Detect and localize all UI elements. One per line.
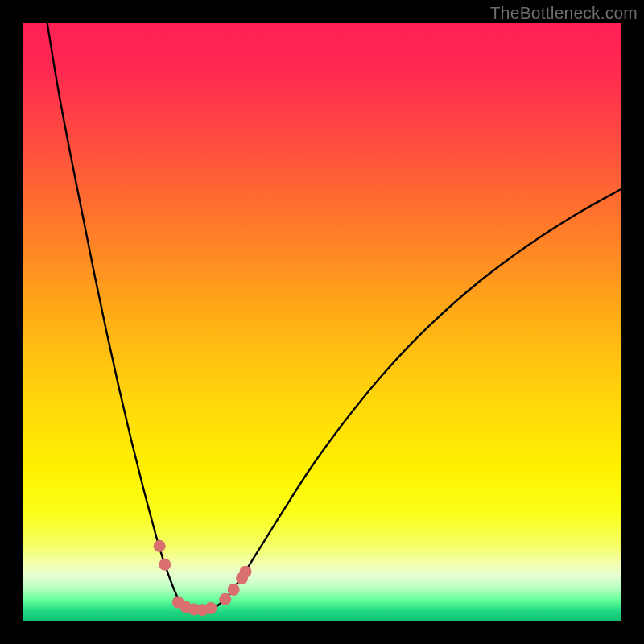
curve-layer bbox=[23, 23, 621, 621]
bottleneck-curve bbox=[47, 23, 621, 611]
data-marker bbox=[219, 593, 231, 605]
data-marker bbox=[154, 540, 166, 552]
data-marker bbox=[228, 584, 240, 596]
chart-frame: TheBottleneck.com bbox=[0, 0, 644, 644]
data-marker bbox=[240, 566, 252, 578]
watermark-text: TheBottleneck.com bbox=[490, 3, 638, 23]
data-marker bbox=[159, 559, 171, 571]
data-marker bbox=[204, 602, 217, 614]
